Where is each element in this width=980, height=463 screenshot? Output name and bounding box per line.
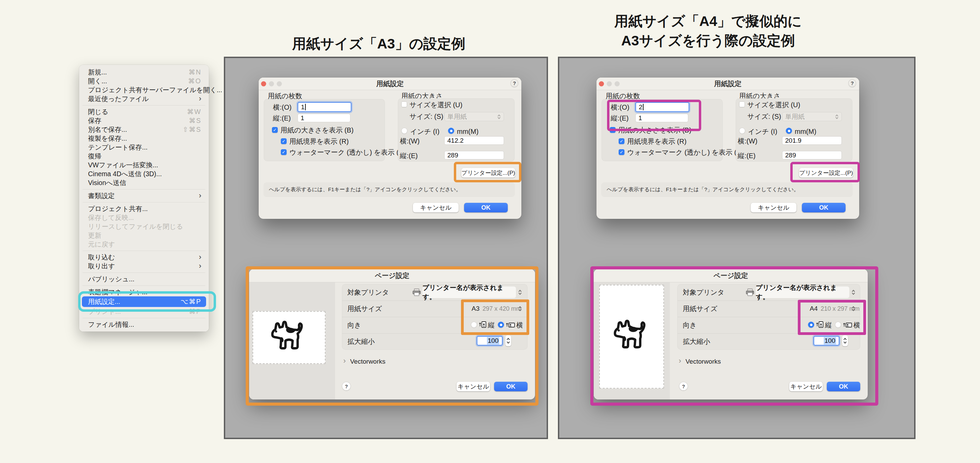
menu-item[interactable]: 保存 ⌘S <box>82 116 206 125</box>
close-traffic-light[interactable] <box>261 81 266 86</box>
menu-item[interactable]: プリント... ⌘P <box>82 307 206 316</box>
printer-name-field[interactable]: プリンター名が表示されます。 <box>422 286 516 298</box>
menu-item[interactable]: Visionへ送信 <box>82 178 206 187</box>
menu-item[interactable]: 取り出す › <box>82 262 206 270</box>
height-value: 289 <box>785 152 796 159</box>
menu-item[interactable]: 開く... ⌘O <box>82 77 206 85</box>
ok-button[interactable]: OK <box>802 203 846 212</box>
menu-item[interactable]: 元に戻す <box>82 240 206 249</box>
menu-separator <box>79 316 209 320</box>
show-size-checkbox[interactable]: ✓ <box>272 127 278 133</box>
help-icon[interactable]: ? <box>342 382 351 391</box>
menu-item[interactable]: リリースしてファイルを閉じる <box>82 222 206 231</box>
menu-item[interactable]: 別名で保存... ⇧⌘S <box>82 125 206 134</box>
scale-input[interactable]: 100 <box>813 336 839 346</box>
menu-item[interactable]: 表題欄マネージャ... <box>82 287 206 296</box>
menu-item[interactable]: ファイル情報... <box>82 320 206 329</box>
help-icon[interactable]: ? <box>511 79 518 87</box>
disclosure-chevron-icon[interactable]: › <box>343 357 346 365</box>
height-input[interactable]: 289 <box>782 151 842 160</box>
scale-stepper[interactable] <box>842 335 848 346</box>
ok-button[interactable]: OK <box>464 203 508 212</box>
printer-setup-button[interactable]: プリンター設定...(P) <box>799 168 853 177</box>
ok-button[interactable]: OK <box>494 382 528 391</box>
h-count-input[interactable]: 1 <box>298 102 352 112</box>
select-size-label: サイズを選択 (U) <box>747 101 800 109</box>
orientation-row-label: 向き <box>347 321 361 330</box>
scale-stepper[interactable] <box>505 335 511 346</box>
help-icon[interactable]: ? <box>679 382 688 391</box>
printer-icon <box>746 288 754 296</box>
menu-item[interactable]: 用紙設定... ⌥⌘P <box>82 296 206 307</box>
printer-setup-button[interactable]: プリンター設定...(P) <box>461 168 515 177</box>
v-count-input[interactable]: 1 <box>635 114 688 122</box>
printer-row-label: 対象プリンタ <box>347 288 389 297</box>
vectorworks-section-label[interactable]: Vectorworks <box>686 358 721 366</box>
landscape-radio[interactable] <box>835 322 841 328</box>
show-bounds-label: 用紙境界を表示 (R) <box>290 137 349 146</box>
inch-radio[interactable] <box>739 128 745 134</box>
menu-item[interactable]: 書類設定 › <box>82 191 206 200</box>
printer-stepper-icon[interactable] <box>518 289 522 296</box>
height-label: 縦:(E) <box>738 151 756 160</box>
menu-item[interactable]: 保存して反映... <box>82 213 206 222</box>
v-count-input[interactable]: 1 <box>298 114 350 122</box>
disclosure-chevron-icon[interactable]: › <box>679 357 681 365</box>
submenu-chevron-icon: › <box>199 262 201 270</box>
help-text-bar: ヘルプを表示するには、F1キーまたは「?」アイコンをクリックしてください。 <box>263 182 515 197</box>
mm-radio[interactable] <box>448 128 454 134</box>
menu-item[interactable]: 閉じる ⌘W <box>82 107 206 116</box>
printer-stepper-icon[interactable] <box>851 289 856 296</box>
menu-item[interactable]: テンプレート保存... <box>82 143 206 152</box>
show-size-checkbox[interactable]: ✓ <box>610 127 616 133</box>
help-icon[interactable]: ? <box>848 79 856 87</box>
printer-name-field[interactable]: プリンター名が表示されます。 <box>756 286 849 298</box>
width-input[interactable]: 412.2 <box>444 136 504 145</box>
select-size-checkbox[interactable] <box>739 101 745 107</box>
portrait-radio[interactable] <box>471 322 477 328</box>
menu-item[interactable]: Cinema 4Dへ送信 (3D)... <box>82 169 206 178</box>
show-watermark-checkbox[interactable]: ✓ <box>281 149 286 155</box>
scale-input[interactable]: 100 <box>477 336 503 346</box>
menu-item[interactable]: 最近使ったファイル › <box>82 94 206 103</box>
landscape-radio[interactable] <box>498 322 504 328</box>
mm-radio[interactable] <box>786 128 792 134</box>
inch-radio[interactable] <box>401 128 407 134</box>
paper-size-row-label: 用紙サイズ <box>347 304 382 313</box>
minimize-traffic-light[interactable] <box>269 81 274 86</box>
cancel-button[interactable]: キャンセル <box>751 203 796 212</box>
menu-item[interactable]: 複製を保存... <box>82 134 206 143</box>
minimize-traffic-light[interactable] <box>607 81 612 86</box>
show-bounds-checkbox[interactable]: ✓ <box>281 138 286 144</box>
menu-item[interactable]: VWファイル一括変換... <box>82 160 206 169</box>
h-count-input[interactable]: 2 <box>635 102 689 112</box>
paper-size-stepper-icon[interactable] <box>518 305 522 312</box>
cancel-button[interactable]: キャンセル <box>457 382 490 391</box>
ok-button[interactable]: OK <box>827 382 860 391</box>
portrait-radio[interactable] <box>808 322 814 328</box>
v-count-value: 1 <box>301 114 304 122</box>
paper-size-stepper-icon[interactable] <box>851 305 856 312</box>
menu-item[interactable]: プロジェクト共有... <box>82 204 206 213</box>
menu-item[interactable]: パブリッシュ... <box>82 275 206 283</box>
menu-item[interactable]: 新規... ⌘N <box>82 68 206 77</box>
scale-value: 100 <box>487 337 499 345</box>
menu-item[interactable]: 更新 <box>82 231 206 240</box>
show-bounds-checkbox[interactable]: ✓ <box>619 138 624 144</box>
cancel-button[interactable]: キャンセル <box>413 203 458 212</box>
zoom-traffic-light[interactable] <box>277 81 282 86</box>
close-traffic-light[interactable] <box>599 81 604 86</box>
vectorworks-section-label[interactable]: Vectorworks <box>350 358 385 366</box>
zoom-traffic-light[interactable] <box>614 81 620 86</box>
menu-item[interactable]: 取り込む › <box>82 253 206 262</box>
cancel-button[interactable]: キャンセル <box>789 382 823 391</box>
menu-item[interactable]: プロジェクト共有サーバーファイルを開く... <box>82 85 206 94</box>
menu-item[interactable]: 復帰 <box>82 152 206 160</box>
size-dropdown[interactable]: 単用紙 <box>782 112 842 121</box>
select-size-checkbox[interactable] <box>401 101 407 107</box>
size-dropdown[interactable]: 単用紙 <box>444 112 504 121</box>
show-watermark-checkbox[interactable]: ✓ <box>619 149 624 155</box>
width-label: 横:(W) <box>400 137 420 145</box>
height-input[interactable]: 289 <box>444 151 504 160</box>
width-input[interactable]: 201.9 <box>782 136 842 145</box>
